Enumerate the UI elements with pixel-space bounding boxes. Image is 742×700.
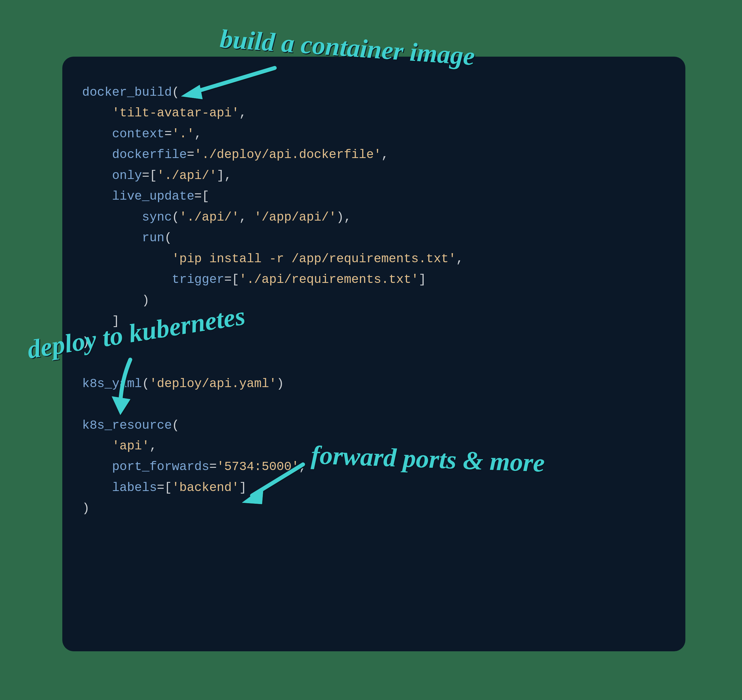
- code-token: docker_build: [82, 85, 172, 99]
- code-token: '/app/api/': [254, 210, 336, 224]
- code-token: context: [112, 127, 165, 141]
- code-token: ,: [381, 147, 389, 162]
- code-token: [82, 231, 142, 245]
- code-token: (: [172, 210, 179, 224]
- svg-marker-1: [112, 396, 130, 415]
- code-token: 'backend': [172, 481, 239, 495]
- code-token: 'deploy/api.yaml': [150, 376, 277, 391]
- arrow-icon: [232, 459, 309, 510]
- arrow-icon: [178, 65, 278, 102]
- code-token: port_forwards: [112, 460, 209, 474]
- code-token: './api/requirements.txt': [239, 272, 419, 287]
- code-token: labels: [112, 481, 157, 495]
- code-token: './api/': [157, 169, 216, 182]
- code-token: dockerfile: [112, 147, 187, 162]
- code-token: =[: [157, 481, 172, 495]
- code-token: [82, 272, 172, 287]
- code-token: run: [142, 231, 164, 245]
- code-token: ,: [194, 127, 202, 141]
- code-token: =[: [224, 272, 239, 287]
- code-token: 'api': [112, 439, 150, 453]
- code-token: =: [209, 460, 216, 474]
- svg-marker-0: [181, 85, 203, 99]
- code-token: sync: [142, 210, 172, 224]
- code-token: ]: [418, 272, 426, 287]
- code-token: [82, 106, 112, 120]
- code-token: =[: [142, 169, 157, 182]
- code-token: ,: [239, 210, 254, 224]
- code-token: [82, 460, 112, 474]
- code-token: ): [277, 376, 284, 391]
- stage: docker_build( 'tilt-avatar-api', context…: [0, 0, 742, 700]
- code-token: ): [82, 501, 90, 515]
- code-token: ,: [239, 106, 247, 120]
- code-token: [82, 169, 112, 182]
- code-token: =: [187, 147, 194, 162]
- code-token: './deploy/api.dockerfile': [194, 147, 381, 162]
- code-token: [82, 189, 112, 203]
- code-token: [82, 127, 112, 141]
- code-token: (: [172, 418, 179, 432]
- code-token: ,: [456, 252, 463, 266]
- code-panel: docker_build( 'tilt-avatar-api', context…: [62, 57, 685, 651]
- code-token: '.': [172, 127, 194, 141]
- code-token: ],: [216, 169, 232, 182]
- code-token: k8s_resource: [82, 418, 172, 432]
- code-token: ),: [336, 210, 352, 224]
- code-token: ): [82, 293, 150, 307]
- arrow-icon: [105, 357, 147, 419]
- code-token: (: [164, 231, 172, 245]
- code-token: [82, 147, 112, 162]
- code-token: only: [112, 169, 142, 182]
- code-token: './api/': [179, 210, 239, 224]
- code-token: ,: [150, 439, 157, 453]
- code-token: [82, 252, 172, 266]
- code-token: 'pip install -r /app/requirements.txt': [172, 252, 456, 266]
- code-token: [82, 439, 112, 453]
- code-token: =[: [194, 189, 209, 203]
- code-token: trigger: [172, 272, 224, 287]
- code-token: 'tilt-avatar-api': [112, 106, 239, 120]
- code-token: [82, 210, 142, 224]
- code-token: live_update: [112, 189, 194, 203]
- svg-marker-2: [242, 487, 264, 504]
- code-token: =: [164, 127, 172, 141]
- code-token: [82, 481, 112, 495]
